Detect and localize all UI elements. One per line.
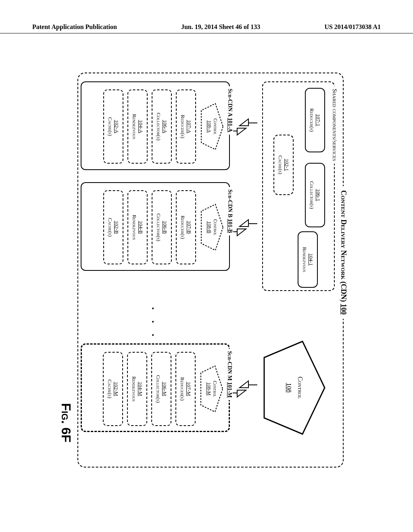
subcdn-b-rendezvous-id: 104-B xyxy=(138,221,144,234)
subcdn-a-rendezvous-label: Rendezvous xyxy=(131,114,138,139)
subcdn-b-rendezvous-label: Rendezvous xyxy=(131,215,138,240)
subcdn-m-cache-label: Cache(s) xyxy=(106,380,113,399)
page: Patent Application Publication Jun. 19, … xyxy=(0,0,413,532)
subcdn-m-control: Control 108-M xyxy=(200,365,224,413)
subcdn-a-control-id: 108-A xyxy=(206,121,212,133)
subcdn-a-title: Sub-CDN A 101-A xyxy=(227,86,233,135)
subcdn-b-control-id: 108-B xyxy=(206,221,212,233)
shared-rendezvous-id: 104-1 xyxy=(308,254,314,266)
subcdn-a-reducer: 107-A Reducer(s) xyxy=(176,89,196,164)
control-label: Control xyxy=(296,376,304,399)
subcdn-m-rendezvous-id: 104-M xyxy=(137,382,144,396)
subcdn-a-collector-label: Collector(s) xyxy=(155,112,162,140)
subcdn-m-collector-id: 106-M xyxy=(161,382,168,396)
subcdn-b-cache-label: Cache(s) xyxy=(107,218,113,237)
subcdn-m-cache: 102-M Cache(s) xyxy=(103,352,123,426)
shared-rendezvous: 104-1 Rendezvous xyxy=(298,231,318,288)
subcdn-b-control: Control 108-B xyxy=(200,203,224,251)
subcdn-a-control: Control 108-A xyxy=(200,102,224,151)
subcdn-b-collector-label: Collector(s) xyxy=(155,213,162,241)
page-header: Patent Application Publication Jun. 19, … xyxy=(0,23,413,33)
subcdn-a: Sub-CDN A 101-A Control 108-A 107-A Redu… xyxy=(81,81,230,170)
svg-marker-6 xyxy=(240,381,257,388)
cdn-title-text: Content Delivery Network (CDN) xyxy=(340,190,348,302)
subcdn-m: Sub-CDN M 101-M Control 108-M 107-M Redu… xyxy=(81,343,230,432)
subcdn-b: Sub-CDN B 101-B Control 108-B 107-B Redu… xyxy=(81,182,230,271)
shared-reducer: 107-1 Reducer(s) xyxy=(305,88,325,152)
subcdn-b-collector-id: 106-B xyxy=(162,221,168,234)
subcdn-m-reducer: 107-M Reducer(s) xyxy=(175,352,196,426)
subcdn-a-cache-id: 102-A xyxy=(113,120,120,133)
cdn-title: Content Delivery Network (CDN) 100 xyxy=(339,186,348,319)
shared-title: Shared components/services xyxy=(331,86,338,164)
subcdn-b-control-label: Control xyxy=(212,219,218,235)
subcdn-m-control-label: Control xyxy=(212,381,218,397)
subcdn-a-reducer-id: 107-A xyxy=(186,120,192,133)
header-left: Patent Application Publication xyxy=(32,23,117,31)
subcdn-b-title-text: Sub-CDN B xyxy=(227,189,233,218)
shared-cache-id: 102-1 xyxy=(284,159,290,171)
shared-reducer-id: 107-1 xyxy=(315,114,321,126)
subcdn-b-cache: 102-B Cache(s) xyxy=(103,190,123,264)
subcdn-a-rendezvous-id: 104-A xyxy=(138,120,144,133)
subcdn-b-cache-id: 102-B xyxy=(113,221,120,234)
subcdn-b-rendezvous: 104-B Rendezvous xyxy=(127,190,148,264)
diagram: Content Delivery Network (CDN) 100 Share… xyxy=(57,73,356,476)
shared-collector-label: Collector(s) xyxy=(309,181,315,209)
shared-components-box: Shared components/services 107-1 Reducer… xyxy=(262,81,335,291)
subcdn-m-title-text: Sub-CDN M xyxy=(227,351,233,380)
subcdn-b-reducer: 107-B Reducer(s) xyxy=(176,190,196,264)
header-center: Jun. 19, 2014 Sheet 46 of 133 xyxy=(181,23,260,31)
subcdn-a-num: 101-A xyxy=(227,118,233,132)
subcdn-a-reducer-label: Reducer(s) xyxy=(179,115,186,138)
cdn-ref-num: 100 xyxy=(340,304,348,315)
shared-collector-id: 106-1 xyxy=(315,189,321,201)
subcdn-b-num: 101-B xyxy=(227,219,233,233)
subcdn-m-control-id: 108-M xyxy=(206,382,212,396)
subcdn-m-rendezvous-label: Rendezvous xyxy=(131,376,137,402)
subcdn-b-reducer-label: Reducer(s) xyxy=(179,216,186,239)
header-right: US 2014/0173038 A1 xyxy=(324,23,381,31)
subcdn-a-title-text: Sub-CDN A xyxy=(227,89,233,116)
subcdn-a-cache: 102-A Cache(s) xyxy=(103,89,123,164)
subcdn-m-reducer-id: 107-M xyxy=(186,382,192,396)
control-pentagon: Control 108 xyxy=(262,339,327,436)
shared-rendezvous-label: Rendezvous xyxy=(301,247,308,272)
subcdn-b-collector: 106-B Collector(s) xyxy=(152,190,172,264)
subcdn-a-rendezvous: 104-A Rendezvous xyxy=(127,89,148,164)
subcdn-m-reducer-label: Reducer(s) xyxy=(179,377,186,401)
shared-cache: 102-1 Cache(s) xyxy=(273,135,294,195)
shared-collector: 106-1 Collector(s) xyxy=(305,163,325,227)
shared-cache-label: Cache(s) xyxy=(277,156,284,175)
subcdn-m-collector-label: Collector(s) xyxy=(155,375,161,403)
subcdn-a-collector: 106-A Collector(s) xyxy=(152,89,172,164)
ellipsis: . . . xyxy=(149,307,161,341)
subcdn-m-title: Sub-CDN M 101-M xyxy=(226,349,233,400)
figure-label: Fig. 6F xyxy=(58,403,73,443)
subcdn-a-collector-id: 106-A xyxy=(162,120,168,133)
subcdn-m-collector: 106-M Collector(s) xyxy=(151,352,171,426)
subcdn-a-control-label: Control xyxy=(212,118,218,135)
svg-marker-4 xyxy=(240,220,257,227)
subcdn-b-title: Sub-CDN B 101-B xyxy=(227,187,233,235)
subcdn-m-rendezvous: 104-M Rendezvous xyxy=(127,352,147,426)
cdn-container: Content Delivery Network (CDN) 100 Share… xyxy=(77,73,344,468)
shared-reducer-label: Reducer(s) xyxy=(309,108,315,132)
subcdn-m-cache-id: 102-M xyxy=(113,382,119,396)
subcdn-a-cache-label: Cache(s) xyxy=(107,117,113,136)
subcdn-b-reducer-id: 107-B xyxy=(186,221,192,234)
subcdn-m-num: 101-M xyxy=(227,382,233,398)
control-id: 108 xyxy=(285,383,292,393)
